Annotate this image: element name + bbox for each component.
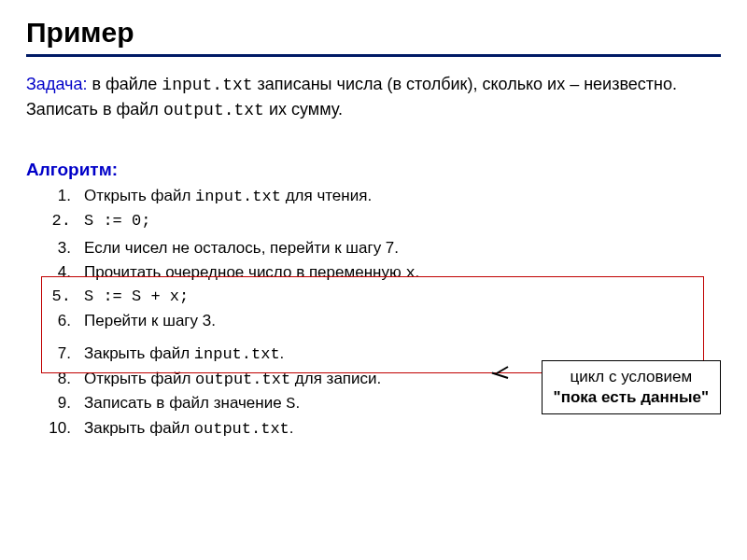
callout-line2: "пока есть данные"	[554, 387, 709, 408]
step-number: 10.	[26, 416, 84, 441]
step-text: S := S + x;	[84, 285, 721, 309]
list-item: 3. Если чисел не осталось, перейти к шаг…	[26, 236, 721, 260]
list-item: 2. S := 0;	[26, 209, 721, 233]
task-file-2: output.txt	[163, 101, 264, 119]
task-label: Задача:	[26, 75, 87, 93]
step-number: 4.	[26, 260, 84, 286]
list-item: 6. Перейти к шагу 3.	[26, 309, 721, 333]
list-item: 10. Закрыть файл output.txt.	[26, 416, 721, 441]
step-text: Перейти к шагу 3.	[84, 309, 721, 333]
step-number: 6.	[26, 309, 84, 333]
step-text: Если чисел не осталось, перейти к шагу 7…	[84, 236, 721, 260]
task-text-1: в файле	[87, 75, 162, 93]
step-number: 7.	[26, 342, 84, 367]
title-underline	[26, 54, 721, 57]
list-item: 1. Открыть файл input.txt для чтения.	[26, 184, 721, 209]
step-number: 2.	[26, 209, 84, 233]
task-block: Задача: в файле input.txt записаны числа…	[26, 72, 721, 122]
list-item: 5. S := S + x;	[26, 285, 721, 309]
slide: Пример Задача: в файле input.txt записан…	[0, 0, 747, 560]
step-number: 3.	[26, 236, 84, 260]
step-text: Открыть файл input.txt для чтения.	[84, 184, 721, 209]
algorithm-label: Алгоритм:	[26, 160, 721, 180]
task-file-1: input.txt	[162, 76, 252, 94]
step-text: Закрыть файл output.txt.	[84, 416, 721, 441]
callout-box: цикл с условием "пока есть данные"	[542, 360, 721, 414]
step-number: 5.	[26, 285, 84, 309]
step-number: 9.	[26, 391, 84, 416]
spacer	[26, 332, 721, 342]
step-number: 1.	[26, 184, 84, 209]
list-item: 4. Прочитать очередное число в переменну…	[26, 260, 721, 286]
task-text-3: их сумму.	[264, 100, 343, 119]
step-number: 8.	[26, 367, 84, 392]
step-text: Прочитать очередное число в переменную x…	[84, 260, 721, 286]
page-title: Пример	[26, 17, 721, 49]
step-text: S := 0;	[84, 209, 721, 233]
callout-line1: цикл с условием	[554, 367, 709, 387]
